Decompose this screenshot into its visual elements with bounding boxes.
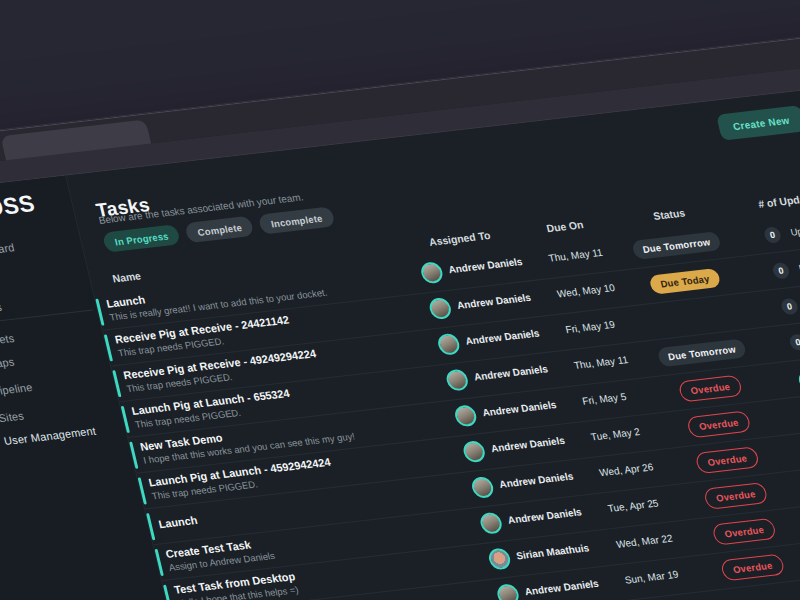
status-badge: Due Tomorrow	[656, 338, 747, 367]
assignee-name: Andrew Daniels	[456, 292, 532, 311]
assignee-name: Andrew Daniels	[490, 435, 566, 454]
updates-label: Updates	[789, 223, 800, 238]
updates-cell: 0 Updates	[788, 326, 800, 351]
status-badge: Due Tomorrow	[631, 231, 722, 260]
updates-count-badge: 0	[788, 333, 800, 351]
updates-count-badge: 0	[780, 297, 799, 315]
assignee-avatar	[461, 440, 487, 463]
updates-cell: 0 Updates	[771, 255, 800, 280]
status-badge: Overdue	[711, 518, 777, 546]
sidebar-item-tasks[interactable]: Tasks	[0, 301, 3, 316]
due-date: Fri, May 19	[564, 319, 616, 336]
browser-window: OSS Dashboard Tasks Assets Traps Pipelin…	[0, 28, 800, 600]
filter-in-progress[interactable]: In Progress	[102, 224, 182, 253]
updates-count-badge: 0	[771, 262, 790, 280]
status-badge: Overdue	[720, 554, 786, 582]
assignee-avatar	[444, 368, 470, 391]
filter-complete[interactable]: Complete	[185, 216, 255, 243]
assignee-avatar	[428, 297, 454, 320]
assignee-avatar	[495, 583, 521, 600]
assignee-name: Andrew Daniels	[473, 363, 549, 382]
status-badge: Overdue	[678, 375, 744, 403]
column-header-due: Due On	[545, 218, 584, 234]
assignee-avatar	[470, 476, 496, 499]
sidebar-item-traps[interactable]: Traps	[0, 355, 16, 370]
due-date: Thu, May 11	[547, 247, 603, 264]
sidebar-divider	[0, 309, 93, 326]
assignee-name: Andrew Daniels	[498, 470, 574, 489]
assignee-name: Sirian Maathuis	[515, 542, 590, 561]
status-badge: Overdue	[703, 482, 769, 510]
column-header-assigned: Assigned To	[428, 229, 492, 248]
filter-incomplete[interactable]: Incomplete	[258, 206, 335, 234]
status-badge: Overdue	[694, 446, 760, 474]
column-header-name: Name	[111, 269, 142, 284]
status-badge: Due Today	[649, 268, 722, 295]
assignee-name: Andrew Daniels	[507, 506, 583, 525]
due-date: Wed, Apr 26	[598, 461, 654, 478]
updates-cell: 0 Updates	[762, 219, 800, 244]
assignee-name: Andrew Daniels	[464, 327, 540, 346]
updates-cell	[796, 368, 800, 387]
sidebar-item-sites[interactable]: Sites	[0, 409, 25, 424]
sidebar-item-dashboard[interactable]: Dashboard	[0, 241, 16, 259]
app-logo: OSS	[0, 190, 38, 222]
due-date: Thu, May 11	[573, 354, 629, 371]
assignee-avatar	[419, 261, 445, 284]
column-header-updates: # of Updates	[757, 191, 800, 210]
due-date: Sun, Mar 19	[624, 569, 680, 586]
sidebar-item-user-management[interactable]: User Management	[3, 425, 97, 448]
assignee-avatar	[453, 404, 479, 427]
due-date: Wed, Mar 22	[615, 532, 673, 549]
due-date: Tue, May 2	[590, 426, 641, 443]
due-date: Fri, May 5	[581, 391, 627, 407]
sidebar-item-pipeline[interactable]: Pipeline	[0, 381, 34, 398]
due-date: Tue, Apr 25	[607, 497, 660, 514]
assignee-avatar	[436, 333, 462, 356]
task-list: Launch This is really great!! I want to …	[94, 199, 800, 600]
sidebar-item-assets[interactable]: Assets	[0, 332, 16, 348]
updates-cell: 0 Updates	[779, 290, 800, 315]
updates-count-badge: 0	[763, 226, 782, 244]
assignee-name: Andrew Daniels	[447, 256, 523, 275]
assignee-avatar	[487, 547, 513, 570]
due-date: Wed, May 10	[556, 282, 616, 300]
assignee-name: Andrew Daniels	[481, 399, 557, 418]
assignee-avatar	[478, 512, 504, 535]
status-badge: Overdue	[686, 410, 752, 438]
create-new-button[interactable]: Create New	[716, 105, 800, 141]
assignee-name: Andrew Daniels	[524, 578, 600, 597]
task-name: Launch	[157, 514, 198, 530]
